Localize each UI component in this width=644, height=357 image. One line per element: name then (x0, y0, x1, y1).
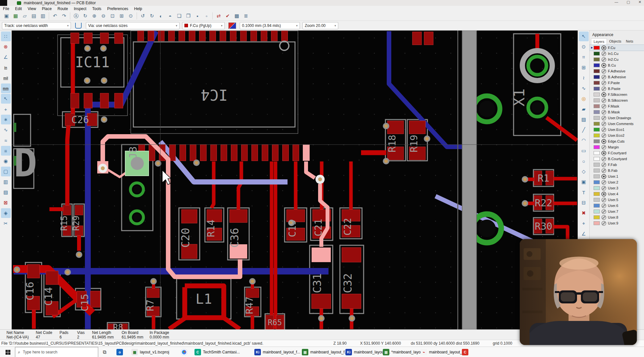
taskbar-item-techsmith[interactable]: CTechSmith Camtasi... (195, 347, 240, 357)
layer-color-swatch[interactable] (594, 180, 600, 184)
eye-closed-icon[interactable] (601, 81, 606, 85)
layer-color-swatch[interactable] (594, 145, 600, 149)
route-tracks-tool[interactable]: ≀ (579, 73, 589, 83)
eye-closed-icon[interactable] (601, 69, 606, 74)
zoom-in-button[interactable]: ⊕ (90, 12, 99, 20)
layer-color-swatch[interactable] (594, 198, 600, 202)
layer-row-f.paste[interactable]: F.Paste (590, 80, 644, 86)
place-via-tool[interactable]: ◎ (579, 94, 589, 104)
grid-override-button[interactable]: ⊗ (1, 42, 11, 52)
smd-pad[interactable] (84, 33, 92, 44)
layer-color-swatch[interactable] (594, 128, 600, 132)
smd-pad[interactable] (75, 205, 83, 215)
footprint-outline-button[interactable]: ▥ (1, 177, 11, 187)
ic4-pad[interactable] (148, 31, 154, 41)
eye-closed-icon[interactable] (601, 110, 606, 115)
eye-closed-icon[interactable] (601, 215, 606, 220)
ungroup-button[interactable]: ❐ (184, 12, 193, 20)
highlighted-pad[interactable] (303, 145, 310, 161)
smd-pad[interactable] (114, 93, 123, 108)
layer-color-swatch[interactable] (594, 204, 600, 208)
zoom-dropdown[interactable]: Zoom 20.00▾ (302, 22, 338, 29)
layer-color-swatch[interactable] (594, 57, 600, 61)
unlock-button[interactable]: ▫ (202, 12, 211, 20)
zoom-auto-button[interactable]: Ⓐ (72, 12, 80, 20)
layer-color-swatch[interactable] (594, 122, 600, 126)
ic4-pad[interactable] (272, 145, 278, 161)
rotate-cw-button[interactable]: ↻ (148, 12, 156, 20)
eye-closed-icon[interactable] (601, 198, 606, 202)
layer-row-b.adhesive[interactable]: B.Adhesive (590, 74, 644, 80)
menu-item-preferences[interactable]: Preferences (104, 6, 131, 11)
draw-rectangle-tool[interactable]: ▭ (579, 146, 589, 156)
layer-color-swatch[interactable] (594, 98, 600, 102)
text-box-tool[interactable]: ⊟ (579, 198, 589, 208)
taskbar-item-pcb-1[interactable]: ▦mainboard_layout_f... (302, 347, 348, 357)
layer-color-swatch[interactable] (594, 221, 600, 225)
undo-button[interactable]: ↶ (51, 12, 59, 20)
units-mm-button[interactable]: mm (1, 83, 11, 93)
ic4-pad[interactable] (138, 31, 144, 41)
tune-length-tool[interactable]: ∿ (579, 83, 589, 93)
layer-color-swatch[interactable] (594, 210, 600, 213)
eye-closed-icon[interactable] (601, 121, 606, 126)
flip-horizontal-button[interactable]: ◐ (157, 12, 165, 20)
taskbar-item-tscproj[interactable]: ▦layout_v1.tscproj (131, 347, 169, 357)
layer-color-swatch[interactable] (594, 134, 600, 137)
layer-row-b.paste[interactable]: B.Paste (590, 86, 644, 92)
layer-color-swatch[interactable] (594, 186, 600, 190)
ic4-pad[interactable] (210, 145, 217, 161)
measure-tool[interactable]: ∠ (579, 229, 589, 239)
zone-outline-button[interactable]: ⊠ (1, 198, 11, 208)
highlight-net-tool[interactable]: ⊙ (579, 42, 589, 52)
smd-pad[interactable] (409, 121, 425, 134)
draw-circle-tool[interactable]: ○ (579, 156, 589, 166)
drc-button[interactable]: ✔ (223, 12, 232, 20)
add-zone-tool[interactable]: ▰ (579, 104, 589, 114)
tab-nets[interactable]: Nets (624, 38, 636, 45)
ic4-pad[interactable] (209, 31, 216, 41)
ic4-pad[interactable] (262, 145, 268, 161)
eye-open-icon[interactable] (601, 192, 606, 197)
ic4-pad[interactable] (231, 145, 237, 161)
scripting-console-button[interactable]: ≣ (242, 12, 250, 20)
ic4-pad[interactable] (252, 145, 258, 161)
print-button[interactable]: ▤ (30, 12, 38, 20)
smd-pad[interactable] (312, 294, 331, 309)
grid-visibility-button[interactable]: ∷ (1, 32, 11, 41)
smd-pad[interactable] (90, 291, 100, 307)
smd-pad[interactable] (71, 93, 79, 108)
layer-color-swatch[interactable] (594, 81, 600, 85)
eye-closed-icon[interactable] (601, 162, 606, 167)
taskbar-item-chrome[interactable] (181, 347, 189, 357)
eye-open-icon[interactable] (601, 63, 606, 68)
place-image-tool[interactable]: ▣ (579, 177, 589, 187)
ic4-pad[interactable] (271, 31, 277, 41)
crosshair-shape-button[interactable]: + (1, 104, 11, 114)
via-size-dropdown[interactable]: Via: use netclass sizes▾ (86, 22, 180, 29)
search-input[interactable]: ⌕ Type here to search (15, 347, 98, 357)
layer-color-swatch[interactable] (594, 93, 600, 96)
lock-button[interactable]: ▪ (193, 12, 202, 20)
track-display-button[interactable]: ≡ (1, 146, 11, 156)
grid-size-dropdown[interactable]: 0.1000 mm (3.94 mils)▾ (240, 22, 300, 29)
layer-row-f.mask[interactable]: F.Mask (590, 103, 644, 109)
ic4-pad[interactable] (240, 31, 247, 41)
eye-closed-icon[interactable] (601, 203, 606, 208)
layer-row-user.8[interactable]: User.8 (590, 214, 644, 220)
layer-row-user.7[interactable]: User.7 (590, 209, 644, 214)
ic4-pad[interactable] (261, 31, 267, 41)
start-button[interactable] (3, 347, 13, 357)
layer-color-swatch[interactable] (594, 174, 600, 178)
layer-color-swatch[interactable] (594, 46, 600, 50)
eye-open-icon[interactable] (601, 151, 606, 156)
close-button[interactable]: ✕ (638, 0, 641, 4)
smd-pad[interactable] (387, 121, 404, 134)
layers-manager-button[interactable]: ◈ (1, 208, 11, 218)
eye-closed-icon[interactable] (601, 157, 606, 161)
smd-pad[interactable] (63, 205, 71, 215)
ic4-pad[interactable] (230, 31, 236, 41)
layer-color-swatch[interactable] (594, 69, 600, 73)
layer-color-swatch[interactable] (594, 215, 600, 219)
zoom-fit-page-button[interactable]: ⊡ (108, 12, 117, 20)
